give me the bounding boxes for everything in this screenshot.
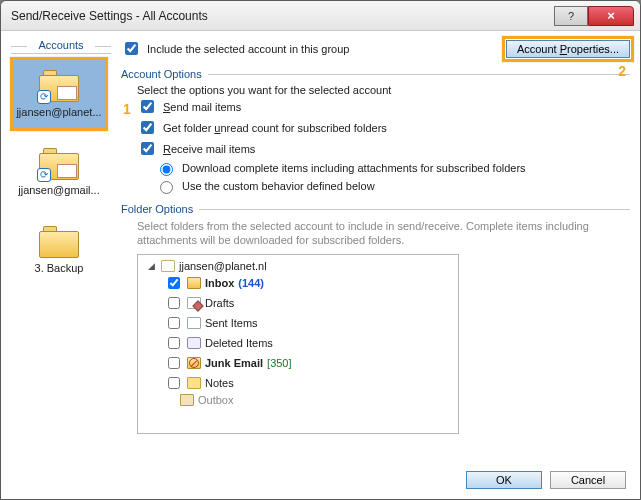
sent-checkbox[interactable] bbox=[168, 317, 180, 329]
ok-button[interactable]: OK bbox=[466, 471, 542, 489]
accounts-sidebar: Accounts ⟳ jjansen@planet... 1 ⟳ jjansen… bbox=[11, 39, 111, 489]
account-item-planet[interactable]: ⟳ jjansen@planet... bbox=[11, 58, 107, 130]
drafts-checkbox[interactable] bbox=[168, 297, 180, 309]
tree-root[interactable]: ◢ jjansen@planet.nl bbox=[146, 259, 452, 273]
notes-icon bbox=[187, 377, 201, 389]
receive-mail-label: Receive mail items bbox=[163, 143, 255, 155]
junk-icon bbox=[187, 357, 201, 369]
tree-item-sent[interactable]: Sent Items bbox=[164, 313, 452, 333]
send-mail-checkbox[interactable] bbox=[141, 100, 154, 113]
titlebar[interactable]: Send/Receive Settings - All Accounts ? × bbox=[1, 1, 640, 31]
account-options-title: Account Options bbox=[121, 68, 630, 80]
custom-behavior-radio[interactable] bbox=[160, 181, 173, 194]
notes-checkbox[interactable] bbox=[168, 377, 180, 389]
drafts-icon bbox=[187, 297, 201, 309]
sent-icon bbox=[187, 317, 201, 329]
account-label: jjansen@planet... bbox=[16, 106, 101, 118]
junk-checkbox[interactable] bbox=[168, 357, 180, 369]
receive-mail-checkbox[interactable] bbox=[141, 142, 154, 155]
unread-count-label: Get folder unread count for subscribed f… bbox=[163, 122, 387, 134]
account-folder-icon: ⟳ bbox=[39, 148, 79, 180]
folder-options-title: Folder Options bbox=[121, 203, 630, 215]
tree-item-drafts[interactable]: Drafts bbox=[164, 293, 452, 313]
custom-behavior-label: Use the custom behavior defined below bbox=[182, 180, 375, 192]
tree-item-notes[interactable]: Notes bbox=[164, 373, 452, 393]
send-mail-label: Send mail items bbox=[163, 101, 241, 113]
cancel-button[interactable]: Cancel bbox=[550, 471, 626, 489]
badge-1: 1 bbox=[123, 101, 131, 117]
tree-root-label: jjansen@planet.nl bbox=[179, 260, 267, 272]
account-folder-icon: ⟳ bbox=[39, 70, 79, 102]
account-label: 3. Backup bbox=[35, 262, 84, 274]
trash-icon bbox=[187, 337, 201, 349]
drafts-label: Drafts bbox=[205, 297, 234, 309]
account-options-intro: Select the options you want for the sele… bbox=[137, 84, 630, 96]
sidebar-header: Accounts bbox=[11, 39, 111, 54]
tree-item-junk[interactable]: Junk Email [350] bbox=[164, 353, 452, 373]
inbox-count: (144) bbox=[238, 277, 264, 289]
close-button[interactable]: × bbox=[588, 6, 634, 26]
include-account-checkbox[interactable] bbox=[125, 42, 138, 55]
sent-label: Sent Items bbox=[205, 317, 258, 329]
folder-options-intro: Select folders from the selected account… bbox=[137, 219, 630, 248]
window-title: Send/Receive Settings - All Accounts bbox=[7, 9, 554, 23]
inbox-label: Inbox bbox=[205, 277, 234, 289]
collapse-icon[interactable]: ◢ bbox=[146, 260, 157, 271]
mailbox-icon bbox=[161, 260, 175, 272]
inbox-checkbox[interactable] bbox=[168, 277, 180, 289]
tree-item-inbox[interactable]: Inbox (144) bbox=[164, 273, 452, 293]
download-complete-label: Download complete items including attach… bbox=[182, 162, 526, 174]
notes-label: Notes bbox=[205, 377, 234, 389]
help-button[interactable]: ? bbox=[554, 6, 588, 26]
account-item-gmail[interactable]: ⟳ jjansen@gmail... bbox=[11, 136, 107, 208]
account-item-backup[interactable]: 3. Backup bbox=[11, 214, 107, 286]
account-label: jjansen@gmail... bbox=[18, 184, 99, 196]
download-complete-radio[interactable] bbox=[160, 163, 173, 176]
main-panel: Include the selected account in this gro… bbox=[121, 39, 630, 489]
outbox-label: Outbox bbox=[198, 394, 233, 406]
unread-count-checkbox[interactable] bbox=[141, 121, 154, 134]
folder-tree[interactable]: ◢ jjansen@planet.nl Inbox (144) bbox=[137, 254, 459, 434]
inbox-icon bbox=[187, 277, 201, 289]
deleted-label: Deleted Items bbox=[205, 337, 273, 349]
badge-2: 2 bbox=[618, 63, 626, 79]
dialog-window: Send/Receive Settings - All Accounts ? ×… bbox=[0, 0, 641, 500]
tree-item-deleted[interactable]: Deleted Items bbox=[164, 333, 452, 353]
junk-count: [350] bbox=[267, 357, 291, 369]
tree-item-outbox[interactable]: Outbox bbox=[164, 393, 452, 407]
junk-label: Junk Email bbox=[205, 357, 263, 369]
client-area: Accounts ⟳ jjansen@planet... 1 ⟳ jjansen… bbox=[1, 31, 640, 499]
account-properties-button[interactable]: Account Properties... bbox=[506, 40, 630, 58]
include-account-label: Include the selected account in this gro… bbox=[147, 43, 349, 55]
dialog-footer: OK Cancel bbox=[466, 471, 626, 489]
deleted-checkbox[interactable] bbox=[168, 337, 180, 349]
window-buttons: ? × bbox=[554, 6, 634, 26]
outbox-icon bbox=[180, 394, 194, 406]
account-folder-icon bbox=[39, 226, 79, 258]
